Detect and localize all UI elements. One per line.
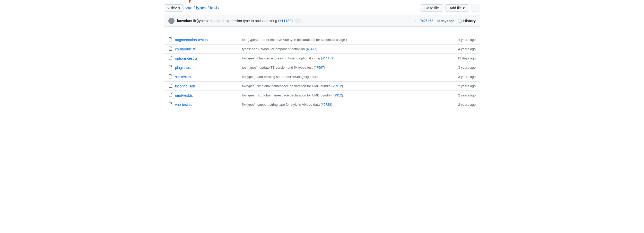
file-icon <box>168 37 172 42</box>
file-commit-pr-link[interactable]: #9912 <box>333 93 342 97</box>
file-commit-pr-link[interactable]: #7597 <box>315 66 324 69</box>
file-name-link[interactable]: es-module.ts <box>175 47 196 51</box>
file-commit-pr-link[interactable]: #11189 <box>322 56 333 60</box>
file-age: 3 years ago <box>445 66 476 69</box>
breadcrumb-sep-1: / <box>194 6 195 10</box>
branch-icon: ⑂ <box>167 6 169 10</box>
file-icon <box>168 93 172 98</box>
file-age: 2 years ago <box>445 84 476 88</box>
commit-pr-link[interactable]: #11189 <box>280 19 292 23</box>
file-age: 4 years ago <box>445 47 476 51</box>
file-name-link[interactable]: ssr-test.ts <box>175 75 191 79</box>
file-name-link[interactable]: vue-test.ts <box>175 103 192 107</box>
commit-more-button[interactable]: ··· <box>295 19 301 23</box>
file-table: .. augmentation-test.ts feat(types): fur… <box>164 27 480 109</box>
file-commit-message: fix(types): support string type for styl… <box>242 103 445 106</box>
file-name: es-module.ts <box>175 47 242 51</box>
commit-bar-left: kawokas fix(types): changed expression t… <box>168 18 301 24</box>
toolbar: ⑂ dev ▾ vue / types / test / Go to file … <box>164 4 480 12</box>
table-row: options-test.ts fix(types): changed expr… <box>164 54 480 63</box>
file-name: options-test.ts <box>175 56 242 60</box>
commit-bar: kawokas fix(types): changed expression t… <box>164 15 480 27</box>
commit-message-prefix: fix(types): changed expression type to o… <box>193 19 279 23</box>
file-commit-message: test(types): update TS version and fix t… <box>242 66 445 69</box>
breadcrumb-vue[interactable]: vue <box>186 6 193 10</box>
commit-date: 13 days ago <box>436 19 455 23</box>
file-name-link[interactable]: umd-test.ts <box>175 93 193 97</box>
table-row: tsconfig.json fix(types): fix global nam… <box>164 82 480 91</box>
file-name-link[interactable]: options-test.ts <box>175 56 197 60</box>
commit-check-icon: ✓ <box>414 19 417 23</box>
file-name-link[interactable]: plugin-test.ts <box>175 66 195 70</box>
commit-message-close: ) <box>291 19 293 23</box>
history-button[interactable]: 🕐 History <box>458 19 476 23</box>
parent-dir-row: .. <box>164 27 480 35</box>
file-commit-message: fix(types): fix global namespace declara… <box>242 93 445 97</box>
avatar <box>168 18 175 24</box>
parent-dir-label: .. <box>168 29 170 33</box>
file-age: 2 years ago <box>445 103 476 106</box>
table-row: umd-test.ts fix(types): fix global names… <box>164 91 480 100</box>
file-icon <box>168 47 172 51</box>
table-row: plugin-test.ts test(types): update TS ve… <box>164 63 480 72</box>
branch-name: dev <box>171 6 177 10</box>
file-name: umd-test.ts <box>175 93 242 97</box>
history-clock-icon: 🕐 <box>458 19 462 23</box>
file-icon <box>168 56 172 61</box>
file-commit-pr-link[interactable]: #9728 <box>322 103 331 106</box>
file-age: 13 days ago <box>445 56 476 60</box>
file-commit-pr-link[interactable]: #6477 <box>307 47 316 51</box>
toolbar-left: ⑂ dev ▾ vue / types / test / <box>164 4 219 12</box>
file-name: plugin-test.ts <box>175 66 242 70</box>
go-to-file-label: Go to file <box>424 6 439 10</box>
file-icon <box>168 65 172 70</box>
file-commit-message: types: add EsModuleComponent definition … <box>242 47 445 51</box>
file-commit-message: feat(types): further improve Vue type de… <box>242 38 445 42</box>
file-age: 3 years ago <box>445 75 476 79</box>
add-file-chevron-icon: ▾ <box>463 6 465 10</box>
file-name-link[interactable]: augmentation-test.ts <box>175 38 208 42</box>
table-row: ssr-test.ts fix(types): add missing ssr … <box>164 72 480 82</box>
file-age: 4 years ago <box>445 38 476 42</box>
branch-selector[interactable]: ⑂ dev ▾ <box>164 4 184 12</box>
commit-sha-link[interactable]: 7c75462 <box>420 19 433 23</box>
add-file-label: Add file <box>450 6 462 10</box>
add-file-button[interactable]: Add file ▾ <box>445 4 469 12</box>
file-commit-message: fix(types): changed expression type to o… <box>242 56 445 60</box>
file-name: ssr-test.ts <box>175 75 242 79</box>
table-row: es-module.ts types: add EsModuleComponen… <box>164 44 480 54</box>
file-name: augmentation-test.ts <box>175 38 242 42</box>
breadcrumb: vue / types / test / <box>186 6 219 10</box>
file-rows-container: augmentation-test.ts feat(types): furthe… <box>164 35 480 109</box>
breadcrumb-sep-2: / <box>207 6 208 10</box>
avatar-image <box>168 18 175 24</box>
toolbar-right: Go to file Add file ▾ ··· <box>420 4 480 12</box>
more-label: ··· <box>474 6 477 10</box>
file-age: 2 years ago <box>445 93 476 97</box>
file-icon <box>168 102 172 107</box>
table-row: vue-test.ts fix(types): support string t… <box>164 100 480 109</box>
breadcrumb-test[interactable]: test <box>210 6 217 10</box>
more-options-button[interactable]: ··· <box>471 4 480 12</box>
file-commit-pr-link[interactable]: #9912 <box>333 84 342 88</box>
file-commit-message: fix(types): add missing ssr renderToStri… <box>242 75 445 79</box>
breadcrumb-sep-3: / <box>218 6 219 10</box>
file-name: vue-test.ts <box>175 103 242 107</box>
file-name-link[interactable]: tsconfig.json <box>175 84 195 88</box>
file-name: tsconfig.json <box>175 84 242 88</box>
chevron-down-icon: ▾ <box>178 6 180 10</box>
commit-message: kawokas fix(types): changed expression t… <box>177 19 293 23</box>
file-commit-message: fix(types): fix global namespace declara… <box>242 84 445 88</box>
svg-point-1 <box>170 19 172 21</box>
breadcrumb-types[interactable]: types <box>196 6 207 10</box>
table-row: augmentation-test.ts feat(types): furthe… <box>164 35 480 44</box>
commit-bar-right: ✓ 7c75462 13 days ago 🕐 History <box>414 19 476 23</box>
commit-author: kawokas <box>177 19 192 23</box>
file-icon <box>168 84 172 88</box>
go-to-file-button[interactable]: Go to file <box>420 4 443 12</box>
file-icon <box>168 74 172 79</box>
history-label: History <box>463 19 476 23</box>
